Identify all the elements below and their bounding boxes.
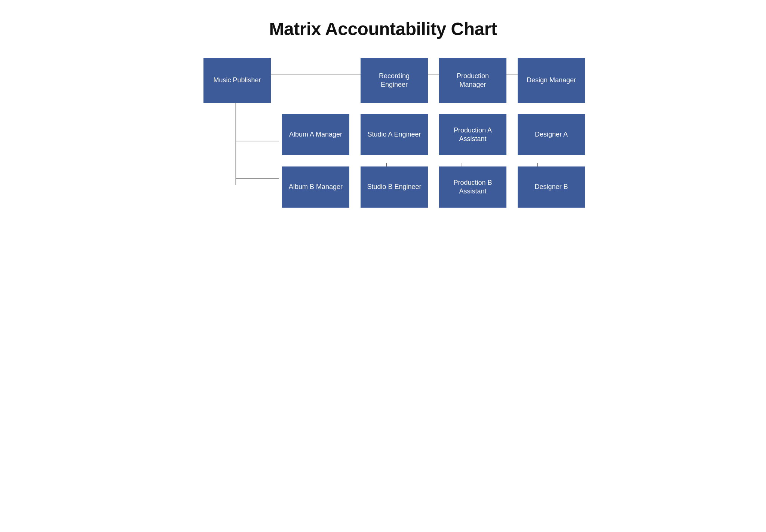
spacer-r3c1 <box>203 166 271 208</box>
spacer-r1c2 <box>282 58 349 103</box>
node-recording-engineer: Recording Engineer <box>361 58 428 103</box>
node-studio-a-engineer: Studio A Engineer <box>361 114 428 155</box>
spacer-r2c1 <box>203 114 271 155</box>
node-production-manager: Production Manager <box>439 58 506 103</box>
chart-title: Matrix Accountability Chart <box>203 19 563 39</box>
node-designer-b: Designer B <box>518 166 585 208</box>
node-designer-a: Designer A <box>518 114 585 155</box>
node-studio-b-engineer: Studio B Engineer <box>361 166 428 208</box>
node-album-a-manager: Album A Manager <box>282 114 349 155</box>
page-container: Matrix Accountability Chart <box>196 7 570 234</box>
chart-wrapper: Music Publisher Recording Engineer Produ… <box>203 58 563 219</box>
node-production-b-assistant: Production B Assistant <box>439 166 506 208</box>
node-production-a-assistant: Production A Assistant <box>439 114 506 155</box>
node-music-publisher: Music Publisher <box>203 58 271 103</box>
node-album-b-manager: Album B Manager <box>282 166 349 208</box>
org-grid: Music Publisher Recording Engineer Produ… <box>203 58 563 219</box>
node-design-manager: Design Manager <box>518 58 585 103</box>
